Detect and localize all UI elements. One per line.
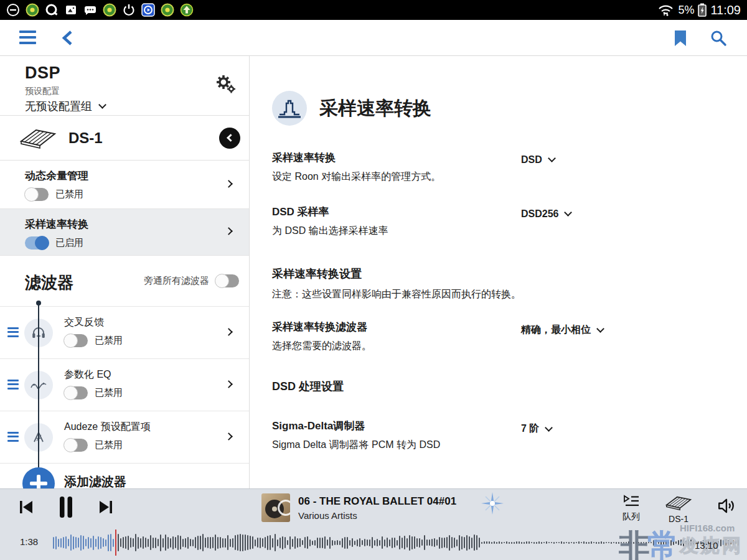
queue-button[interactable]: 队列: [622, 493, 640, 523]
drag-handle-icon[interactable]: [7, 432, 19, 442]
dropdown-value: 精确，最小相位: [521, 324, 591, 337]
add-filter-label: 添加滤波器: [64, 474, 126, 488]
dsp-settings-gear-icon[interactable]: [215, 75, 235, 93]
bookmark-icon[interactable]: [674, 30, 687, 47]
section-conversion-settings: 采样速率转换设置 注意：这些设置同样影响由于兼容性原因而执行的转换。: [272, 266, 722, 301]
preset-dropdown[interactable]: 无预设配置组: [25, 99, 249, 114]
drag-handle-icon[interactable]: [7, 327, 19, 337]
do-not-disturb-icon: [6, 3, 20, 17]
setting-desc: 设定 Roon 对输出采样率的管理方式。: [272, 170, 720, 184]
setting-row-src-filter: 采样速率转换滤波器 选择您需要的滤波器。 精确，最小相位: [272, 320, 720, 353]
power-status-icon: [122, 3, 136, 17]
device-icon: [17, 125, 59, 151]
volume-button[interactable]: [717, 493, 737, 515]
queue-label: 队列: [622, 511, 640, 523]
volume-icon: [717, 497, 737, 515]
album-art[interactable]: [261, 493, 290, 522]
player-right-controls: 队列 DS-1: [622, 493, 737, 524]
chevron-down-icon: [565, 208, 573, 217]
zone-device-label: DS-1: [669, 514, 688, 524]
src-filter-dropdown[interactable]: 精确，最小相位: [521, 324, 603, 337]
dropdown-value: DSD256: [521, 208, 558, 220]
add-filter-button[interactable]: [22, 467, 55, 488]
section-dsd-processing: DSD 处理设置: [272, 379, 722, 394]
filter-state: 已禁用: [95, 335, 123, 347]
app-icon-2: [103, 3, 116, 17]
queue-icon: [622, 493, 640, 510]
app-icon-3: [161, 3, 174, 17]
filter-item-parametric-eq[interactable]: 参数化 EQ 已禁用: [0, 358, 249, 411]
device-row[interactable]: DS-1: [0, 116, 249, 161]
waveform-seekbar[interactable]: [53, 528, 744, 557]
headroom-toggle[interactable]: [25, 188, 49, 201]
zone-device-icon: [661, 493, 696, 512]
setting-title: 采样速率转换滤波器: [272, 320, 720, 334]
preset-value: 无预设配置组: [25, 99, 92, 114]
battery-percent: 5%: [678, 4, 694, 17]
add-filter-row: 添加滤波器: [0, 463, 249, 488]
setting-title: 采样速率转换: [272, 151, 720, 165]
section-title: DSD 处理设置: [272, 379, 722, 394]
status-time: 11:09: [710, 3, 741, 17]
status-bar: 5% 11:09: [0, 0, 747, 20]
battery-icon: [698, 3, 707, 17]
filter-item-audeze[interactable]: Audeze 预设配置项 已禁用: [0, 411, 249, 463]
transport-controls: [19, 489, 113, 525]
conversion-dropdown[interactable]: DSD: [521, 154, 555, 166]
app-icon-1: [26, 3, 39, 17]
parametric-eq-toggle[interactable]: [64, 386, 88, 399]
total-time: 13:10: [695, 540, 718, 551]
seek-area: 1:38 13:10: [0, 525, 747, 560]
audeze-toggle[interactable]: [64, 439, 88, 452]
previous-track-icon[interactable]: [19, 500, 34, 515]
pause-icon[interactable]: [59, 496, 73, 518]
sidebar-item-sample-rate-conversion[interactable]: 采样速率转换 已启用: [0, 209, 249, 256]
back-icon[interactable]: [60, 29, 76, 47]
chevron-down-icon: [98, 101, 106, 109]
setting-state: 已禁用: [55, 189, 83, 200]
video-player-icon: [141, 3, 155, 17]
app-toolbar: [0, 20, 747, 56]
setting-desc: Sigma Delta 调制器将 PCM 转为 DSD: [272, 439, 720, 452]
sigma-delta-dropdown[interactable]: 7 阶: [521, 422, 552, 436]
setting-label: 动态余量管理: [25, 169, 249, 183]
hamburger-menu-icon[interactable]: [19, 30, 36, 44]
next-track-icon[interactable]: [98, 500, 113, 515]
body-area: DSP 预设配置 无预设配置组 DS-1 动态余量管理 已禁: [0, 56, 747, 488]
sample-rate-toggle[interactable]: [25, 236, 49, 250]
dropdown-value: 7 阶: [521, 422, 539, 436]
sample-rate-icon: [272, 91, 307, 126]
dsd-rate-dropdown[interactable]: DSD256: [521, 208, 571, 220]
upload-icon: [180, 3, 194, 17]
drag-handle-icon[interactable]: [7, 380, 19, 390]
gallery-icon: [64, 3, 78, 17]
search-icon[interactable]: [710, 30, 727, 47]
filter-state: 已禁用: [95, 387, 123, 399]
filter-label: Audeze 预设配置项: [64, 421, 249, 434]
filter-label: 交叉反馈: [64, 316, 249, 329]
bypass-all-toggle[interactable]: [215, 274, 239, 287]
sidebar-item-headroom[interactable]: 动态余量管理 已禁用: [0, 161, 249, 209]
browser-icon: [45, 3, 59, 17]
signal-path-icon[interactable]: [481, 492, 504, 515]
zone-device-button[interactable]: DS-1: [661, 493, 696, 524]
panel-header: 采样速率转换: [272, 91, 722, 126]
filter-item-crossfeed[interactable]: 交叉反馈 已禁用: [0, 306, 249, 358]
messages-icon: [83, 3, 97, 17]
page-title: 采样速率转换: [319, 96, 431, 121]
crossfeed-toggle[interactable]: [64, 334, 88, 347]
dsp-header: DSP 预设配置 无预设配置组: [0, 56, 249, 116]
setting-desc: 选择您需要的滤波器。: [272, 340, 720, 353]
setting-row-conversion: 采样速率转换 设定 Roon 对输出采样率的管理方式。 DSD: [272, 151, 720, 184]
status-right: 5% 11:09: [657, 3, 741, 17]
dropdown-value: DSD: [521, 154, 542, 166]
setting-row-sigma-delta: Sigma-Delta调制器 Sigma Delta 调制器将 PCM 转为 D…: [272, 419, 720, 452]
playhead[interactable]: [115, 530, 116, 556]
section-note: 注意：这些设置同样影响由于兼容性原因而执行的转换。: [272, 288, 722, 301]
collapse-device-icon[interactable]: [219, 128, 240, 149]
setting-row-dsd-rate: DSD 采样率 为 DSD 输出选择采样速率 DSD256: [272, 205, 720, 238]
filter-timeline: [38, 304, 39, 488]
wifi-icon: [657, 3, 674, 17]
elapsed-time: 1:38: [20, 536, 38, 547]
setting-desc: 为 DSD 输出选择采样速率: [272, 225, 720, 238]
